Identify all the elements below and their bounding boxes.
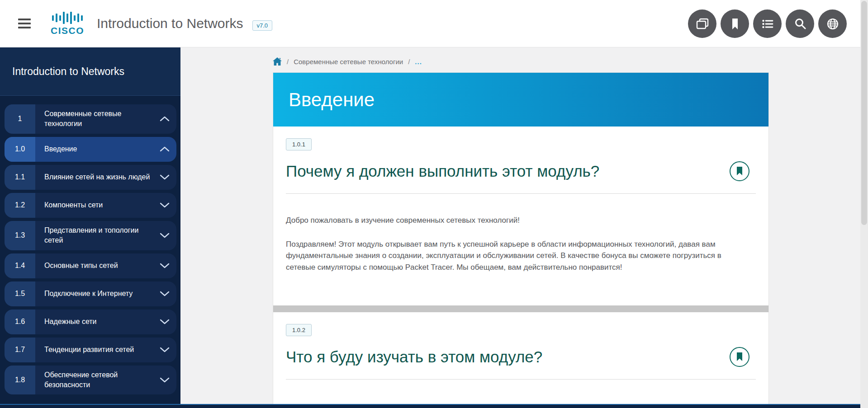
cisco-logo-text: CISCO (51, 25, 84, 36)
chevron-up-icon (155, 137, 175, 162)
breadcrumb: / Современные сетевые технологии / ... (273, 57, 860, 66)
module-label: Представления и топологии сетей (35, 221, 155, 250)
chevron-down-icon (155, 310, 175, 334)
module-label: Надежные сети (35, 310, 155, 334)
section-title: Почему я должен выполнить этот модуль? (286, 162, 599, 180)
module-number: 1.6 (5, 310, 35, 334)
app-header: CISCO Introduction to Networks v7.0 (0, 0, 860, 47)
module-label: Влияние сетей на жизнь людей (35, 165, 155, 190)
module-number: 1.2 (5, 193, 35, 218)
section-paragraph: Поздравляем! Этот модуль открывает вам п… (286, 239, 749, 273)
section-divider (286, 379, 756, 380)
page-scrollbar[interactable] (860, 0, 868, 408)
module-label: Обеспечение сетевой безопасности (35, 366, 155, 395)
section-paragraph: Добро пожаловать в изучение современных … (286, 215, 749, 226)
module-label: Подключение к Интернету (35, 281, 155, 306)
breadcrumb-module[interactable]: Современные сетевые технологии (294, 58, 403, 66)
sidebar-item-module-1[interactable]: 1 Современные сетевые технологии (5, 104, 176, 134)
module-label: Тенденции развития сетей (35, 338, 155, 362)
section-1-0-2: 1.0.2 Что я буду изучать в этом модуле? … (273, 312, 768, 408)
module-number: 1.7 (5, 338, 35, 362)
course-sidebar: Introduction to Networks 1 Современные с… (0, 47, 180, 408)
hamburger-menu-icon[interactable] (18, 16, 31, 31)
breadcrumb-ellipsis[interactable]: ... (415, 58, 422, 66)
bookmark-icon[interactable] (721, 9, 749, 38)
section-badge: 1.0.2 (286, 324, 312, 336)
bookmark-icon (736, 167, 743, 176)
module-label: Современные сетевые технологии (35, 104, 155, 134)
sidebar-item-1-0[interactable]: 1.0 Введение (5, 137, 176, 162)
windows-icon[interactable] (688, 9, 716, 38)
chevron-down-icon (155, 221, 175, 250)
version-badge: v7.0 (252, 20, 273, 31)
module-number: 1.5 (5, 281, 35, 306)
header-toolbar (688, 9, 847, 38)
module-number: 1 (5, 104, 35, 134)
bookmark-icon (736, 352, 743, 361)
section-1-0-1: 1.0.1 Почему я должен выполнить этот мод… (273, 127, 768, 305)
sidebar-item-1-5[interactable]: 1.5 Подключение к Интернету (5, 281, 176, 306)
chevron-down-icon (155, 165, 175, 190)
module-number: 1.4 (5, 253, 35, 278)
footer-bar (0, 404, 868, 408)
sidebar-item-1-3[interactable]: 1.3 Представления и топологии сетей (5, 221, 176, 250)
sidebar-course-title: Introduction to Networks (12, 66, 124, 78)
sidebar-item-1-6[interactable]: 1.6 Надежные сети (5, 310, 176, 334)
sidebar-item-1-1[interactable]: 1.1 Влияние сетей на жизнь людей (5, 165, 176, 190)
module-number: 1.8 (5, 366, 35, 395)
banner-title: Введение (289, 89, 375, 111)
sidebar-item-1-8[interactable]: 1.8 Обеспечение сетевой безопасности (5, 366, 176, 395)
module-number: 1.1 (5, 165, 35, 190)
chevron-down-icon (155, 366, 175, 395)
chevron-down-icon (155, 193, 175, 218)
sidebar-item-1-7[interactable]: 1.7 Тенденции развития сетей (5, 338, 176, 362)
sidebar-item-1-4[interactable]: 1.4 Основные типы сетей (5, 253, 176, 278)
cisco-logo-bars-icon (51, 11, 84, 25)
globe-icon[interactable] (818, 9, 847, 38)
module-label: Введение (35, 137, 155, 162)
course-title: Introduction to Networks (97, 16, 243, 31)
module-nav: 1 Современные сетевые технологии 1.0 Вве… (0, 96, 180, 394)
module-label: Компоненты сети (35, 193, 155, 218)
bookmark-section-button[interactable] (730, 161, 749, 181)
list-icon[interactable] (753, 9, 782, 38)
bookmark-section-button[interactable] (730, 347, 749, 367)
chevron-down-icon (155, 253, 175, 278)
section-title: Что я буду изучать в этом модуле? (286, 348, 542, 366)
search-icon[interactable] (786, 9, 814, 38)
module-number: 1.0 (5, 137, 35, 162)
section-separator-bar (273, 305, 768, 312)
chevron-down-icon (155, 338, 175, 362)
lesson-card: Введение 1.0.1 Почему я должен выполнить… (273, 72, 769, 408)
chevron-down-icon (155, 281, 175, 306)
home-icon[interactable] (273, 57, 282, 66)
content-area: / Современные сетевые технологии / ... В… (180, 47, 860, 408)
breadcrumb-separator: / (408, 58, 410, 66)
chevron-up-icon (155, 104, 175, 134)
breadcrumb-separator: / (287, 58, 289, 66)
section-divider (286, 193, 756, 194)
section-badge: 1.0.1 (286, 138, 312, 150)
scrollbar-thumb[interactable] (861, 1, 867, 225)
sidebar-header: Introduction to Networks (0, 47, 180, 96)
sidebar-item-1-2[interactable]: 1.2 Компоненты сети (5, 193, 176, 218)
module-label: Основные типы сетей (35, 253, 155, 278)
module-banner: Введение (273, 73, 768, 127)
cisco-logo[interactable]: CISCO (51, 11, 84, 36)
module-number: 1.3 (5, 221, 35, 250)
